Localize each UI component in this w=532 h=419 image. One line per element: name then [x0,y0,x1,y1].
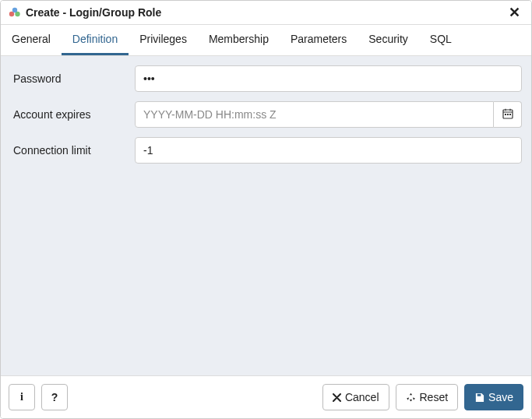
label-password: Password [10,72,135,85]
tab-general[interactable]: General [1,25,62,55]
connection-limit-input[interactable] [135,137,522,164]
cancel-button[interactable]: Cancel [322,384,389,410]
calendar-icon [502,108,513,121]
svg-point-0 [9,12,14,16]
dialog-title: Create - Login/Group Role [26,6,506,19]
tab-privileges[interactable]: Privileges [129,25,198,55]
tab-security[interactable]: Security [358,25,419,55]
recycle-icon [406,393,416,403]
dialog-body: Password Account expires [1,56,531,375]
reset-button[interactable]: Reset [396,384,459,410]
password-input[interactable] [135,65,522,92]
tab-bar: General Definition Privileges Membership… [1,25,531,56]
row-account-expires: Account expires [10,101,522,128]
tab-definition[interactable]: Definition [62,25,129,55]
row-connection-limit: Connection limit [10,137,522,164]
svg-rect-8 [507,114,509,115]
svg-point-2 [12,8,17,12]
cancel-label: Cancel [345,391,379,403]
tab-sql[interactable]: SQL [419,25,463,55]
dialog-titlebar: Create - Login/Group Role ✕ [1,1,531,25]
role-icon [9,6,21,19]
label-account-expires: Account expires [10,108,135,121]
tab-membership[interactable]: Membership [198,25,280,55]
tab-parameters[interactable]: Parameters [280,25,358,55]
save-icon [474,393,484,403]
save-button[interactable]: Save [464,384,523,410]
svg-rect-7 [505,114,506,115]
row-password: Password [10,65,522,92]
close-icon [333,393,341,402]
save-label: Save [488,391,513,403]
create-login-group-role-dialog: Create - Login/Group Role ✕ General Defi… [0,0,532,419]
info-button[interactable]: i [9,384,35,410]
info-icon: i [20,391,23,403]
dialog-footer: i ? Cancel Reset Save [1,375,531,418]
reset-label: Reset [420,391,449,403]
date-picker-button[interactable] [494,101,522,128]
help-icon: ? [51,391,58,403]
label-connection-limit: Connection limit [10,144,135,157]
help-button[interactable]: ? [41,384,68,410]
svg-rect-9 [509,114,511,115]
account-expires-input[interactable] [135,101,494,128]
close-icon[interactable]: ✕ [506,5,523,19]
